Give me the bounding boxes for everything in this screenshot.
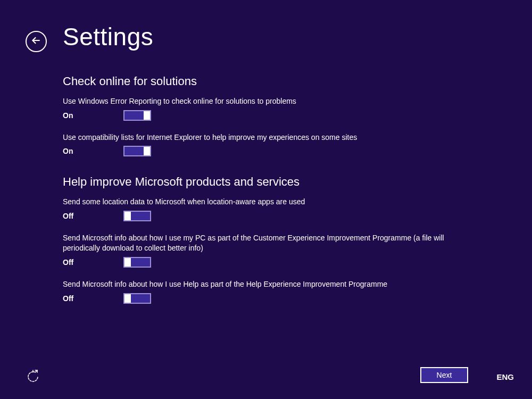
ease-of-access-icon (26, 377, 40, 386)
page-title: Settings (63, 22, 153, 51)
setting-error-reporting: Use Windows Error Reporting to check onl… (63, 96, 467, 121)
back-arrow-icon (31, 35, 41, 48)
setting-help-experience: Send Microsoft info about how I use Help… (63, 279, 467, 304)
toggle-ceip[interactable] (123, 257, 151, 268)
toggle-knob (124, 258, 131, 267)
setting-desc: Send Microsoft info about how I use my P… (63, 233, 467, 254)
toggle-knob (144, 111, 150, 120)
next-button[interactable]: Next (420, 367, 468, 383)
toggle-row: Off (63, 293, 467, 304)
toggle-state-label: On (63, 111, 123, 120)
toggle-state-label: Off (63, 294, 123, 303)
toggle-location-data[interactable] (123, 211, 151, 221)
back-button[interactable] (26, 31, 47, 52)
settings-content: Check online for solutions Use Windows E… (63, 74, 467, 322)
next-button-label: Next (437, 371, 452, 379)
setting-ceip: Send Microsoft info about how I use my P… (63, 233, 467, 268)
setting-location-data: Send some location data to Microsoft whe… (63, 197, 467, 221)
toggle-row: Off (63, 257, 467, 268)
toggle-compat-lists[interactable] (123, 146, 151, 156)
section-title: Help improve Microsoft products and serv… (63, 175, 467, 189)
toggle-error-reporting[interactable] (123, 110, 151, 121)
toggle-knob (124, 212, 131, 220)
setting-desc: Send Microsoft info about how I use Help… (63, 279, 467, 290)
toggle-row: On (63, 110, 467, 121)
toggle-state-label: On (63, 147, 123, 155)
setting-compat-lists: Use compatibility lists for Internet Exp… (63, 132, 467, 157)
toggle-row: On (63, 146, 467, 156)
toggle-state-label: Off (63, 212, 123, 220)
toggle-state-label: Off (63, 258, 123, 267)
toggle-row: Off (63, 211, 467, 221)
setting-desc: Use compatibility lists for Internet Exp… (63, 132, 467, 143)
setting-desc: Use Windows Error Reporting to check onl… (63, 96, 467, 107)
toggle-help-experience[interactable] (123, 293, 151, 304)
setting-desc: Send some location data to Microsoft whe… (63, 197, 467, 207)
toggle-knob (144, 147, 150, 155)
toggle-knob (124, 294, 131, 303)
section-title: Check online for solutions (63, 74, 467, 88)
section-help-improve: Help improve Microsoft products and serv… (63, 175, 467, 303)
ease-of-access-button[interactable] (26, 369, 40, 384)
section-check-online: Check online for solutions Use Windows E… (63, 74, 467, 156)
language-indicator[interactable]: ENG (496, 372, 514, 381)
